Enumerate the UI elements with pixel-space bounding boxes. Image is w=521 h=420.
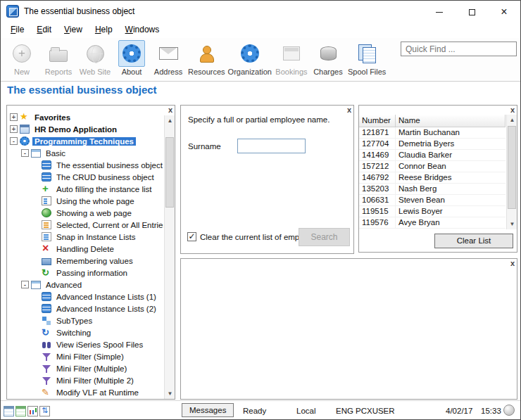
toolbar-address-button[interactable]: Address: [150, 39, 187, 80]
expand-icon[interactable]: +: [10, 113, 18, 121]
menu-view[interactable]: View: [58, 23, 89, 37]
scroll-down-icon[interactable]: ▼: [507, 219, 517, 229]
collapse-icon[interactable]: -: [21, 281, 29, 288]
tree-item[interactable]: Mini Filter (Simple): [7, 350, 163, 362]
scroll-down-icon[interactable]: ▼: [165, 388, 175, 399]
filter-panel: x Specify a full or partial employee nam…: [180, 105, 354, 254]
pencil-icon: [42, 388, 51, 397]
app-icon: [20, 125, 30, 134]
employee-row[interactable]: 119515Lewis Boyer: [359, 206, 506, 217]
close-panel-icon[interactable]: x: [510, 259, 515, 268]
employee-row[interactable]: 135203Nash Berg: [359, 184, 506, 195]
tree-item[interactable]: Passing information: [7, 267, 163, 279]
listy-icon: [42, 220, 51, 229]
scrollbar-thumb[interactable]: [508, 126, 516, 209]
column-header-number[interactable]: Number: [359, 115, 396, 127]
grid-view-alt-icon[interactable]: [15, 406, 26, 416]
toolbar-about-button[interactable]: About: [113, 39, 150, 80]
employee-name: Connor Bean: [396, 161, 506, 172]
quick-find-input[interactable]: [401, 42, 517, 56]
recycle-icon: [42, 268, 51, 278]
employee-row[interactable]: 146792Reese Bridges: [359, 172, 506, 184]
tree-item[interactable]: The essential business object: [7, 159, 163, 171]
sort-icon[interactable]: [39, 406, 50, 416]
xred-icon: [42, 244, 51, 254]
toolbar-icon-box: [237, 40, 263, 67]
tree-item[interactable]: The CRUD business object: [7, 171, 163, 183]
toolbar-icon-box: [353, 40, 380, 67]
tree-item[interactable]: Selected, Current or All Entries: [7, 219, 163, 231]
tree-item[interactable]: -Advanced: [7, 279, 163, 291]
tree-item[interactable]: Using the whole page: [7, 195, 163, 207]
menu-windows[interactable]: Windows: [119, 23, 166, 37]
close-panel-icon[interactable]: x: [168, 106, 172, 115]
folder-icon: [31, 281, 41, 289]
clear-list-checkbox[interactable]: ✓: [187, 232, 196, 241]
employee-row[interactable]: 121871Martin Buchanan: [359, 127, 506, 139]
employee-row[interactable]: 157212Connor Bean: [359, 161, 506, 172]
tree-item[interactable]: Switching: [7, 326, 163, 338]
clear-list-checkbox-label: Clear the current list of emp: [200, 233, 299, 241]
connection-status-icon: [503, 405, 515, 416]
tree-item[interactable]: Mini Filter (Multiple): [7, 362, 163, 374]
toolbar-spool-files-button[interactable]: Spool Files: [346, 39, 387, 80]
employee-number: 127704: [359, 139, 396, 149]
employee-row[interactable]: 119576Avye Bryan: [359, 217, 506, 229]
status-state: Ready: [243, 407, 266, 415]
maximize-button[interactable]: [456, 1, 488, 23]
employee-row[interactable]: 106631Steven Bean: [359, 195, 506, 206]
tree-scrollbar[interactable]: ▲ ▼: [164, 115, 175, 399]
messages-button[interactable]: Messages: [182, 403, 234, 417]
scrollbar-thumb[interactable]: [165, 137, 174, 208]
tree-item[interactable]: Snap in Instance Lists: [7, 231, 163, 243]
expand-icon[interactable]: +: [10, 125, 18, 133]
employee-name: Avye Bryan: [396, 217, 506, 228]
employee-row[interactable]: 141469Claudia Barker: [359, 150, 506, 161]
status-icons: [4, 406, 50, 416]
menu-file[interactable]: File: [4, 23, 30, 37]
tree-item[interactable]: Mini Filter (Multiple 2): [7, 374, 163, 386]
employee-row[interactable]: 127704Demetria Byers: [359, 139, 506, 150]
tree-item[interactable]: View iSeries Spool Files: [7, 338, 163, 350]
employee-number: 119515: [359, 206, 396, 217]
toolbar-resources-button[interactable]: Resources: [187, 39, 227, 80]
close-panel-icon[interactable]: x: [347, 106, 351, 115]
tree-item[interactable]: Handling Delete: [7, 243, 163, 255]
close-button[interactable]: ×: [488, 1, 520, 23]
tree-item[interactable]: -Basic: [7, 147, 163, 159]
minimize-button[interactable]: [423, 1, 456, 23]
tree-item[interactable]: +Favorites: [7, 111, 163, 123]
collapse-icon[interactable]: -: [10, 137, 18, 145]
toolbar-charges-button[interactable]: Charges: [310, 39, 346, 80]
detail-panel: x: [180, 258, 517, 400]
tree-item[interactable]: Advanced Instance Lists (1): [7, 291, 163, 303]
chart-icon[interactable]: [27, 406, 38, 416]
filter-instruction: Specify a full or partial employee name.: [188, 115, 329, 124]
tree-item[interactable]: -Programming Techniques: [7, 135, 163, 147]
tree-item-label: Using the whole page: [54, 197, 137, 205]
surname-input[interactable]: [237, 139, 306, 153]
grid-scrollbar[interactable]: ▲ ▼: [506, 115, 517, 229]
clear-list-button[interactable]: Clear List: [434, 234, 513, 248]
tree-item[interactable]: +HR Demo Application: [7, 123, 163, 135]
menu-help[interactable]: Help: [89, 23, 119, 37]
grid-view-icon[interactable]: [4, 406, 14, 416]
tree-item[interactable]: Modify VLF at Runtime: [7, 386, 163, 398]
toolbar-organization-button[interactable]: Organization: [227, 39, 273, 80]
close-panel-icon[interactable]: x: [510, 106, 515, 115]
page-title: The essential business object: [7, 84, 157, 96]
scroll-up-icon[interactable]: ▲: [507, 115, 517, 125]
tree-item-label: HR Demo Application: [32, 125, 119, 134]
tree-item[interactable]: SubTypes: [7, 314, 163, 326]
column-header-name[interactable]: Name: [396, 115, 506, 127]
menu-edit[interactable]: Edit: [30, 23, 58, 37]
tree-item[interactable]: Text editor examples: [7, 398, 163, 399]
tree-item[interactable]: Auto filling the instance list: [7, 183, 163, 195]
website-icon: [87, 45, 104, 63]
tree-item[interactable]: Showing a web page: [7, 207, 163, 219]
toolbar-web-site-button: Web Site: [77, 39, 113, 80]
tree-item[interactable]: Remembering values: [7, 255, 163, 267]
collapse-icon[interactable]: -: [21, 149, 29, 157]
scroll-up-icon[interactable]: ▲: [165, 115, 175, 126]
tree-item[interactable]: Advanced Instance Lists (2): [7, 303, 163, 314]
